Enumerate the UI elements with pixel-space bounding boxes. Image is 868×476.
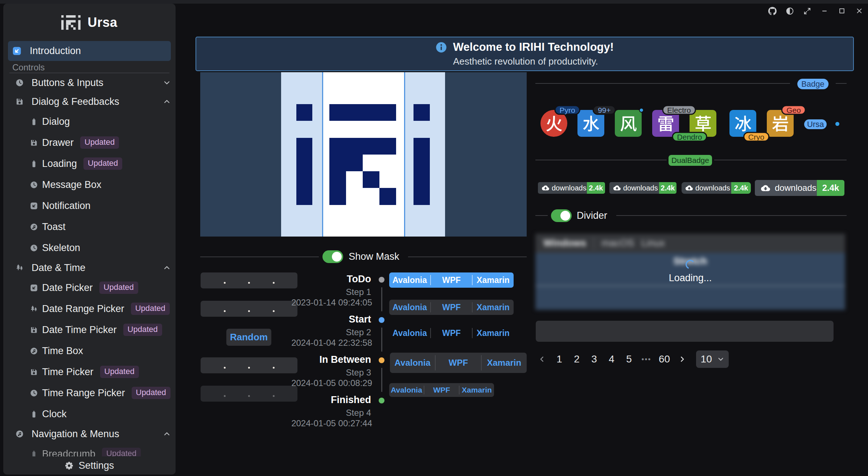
sidebar-item-message-box[interactable]: Message Box — [3, 174, 176, 195]
pagination-page-3[interactable]: 3 — [589, 351, 599, 367]
element-badge-6: Cryo — [729, 110, 756, 137]
xamarin-button[interactable]: Xamarin — [482, 353, 527, 373]
timeline-step-title: In Between — [319, 354, 371, 365]
sidebar-item-dialog[interactable]: Dialog — [3, 111, 176, 132]
close-button[interactable] — [851, 4, 868, 18]
minimize-icon — [821, 7, 828, 15]
wpf-button[interactable]: WPF — [431, 325, 472, 341]
tab-windows[interactable]: Windows — [536, 238, 593, 249]
pagination-page-60[interactable]: 60 — [659, 351, 670, 367]
maximize-button[interactable] — [833, 4, 851, 18]
tab-macos[interactable]: macOS — [594, 238, 641, 249]
divider-toggle[interactable] — [551, 209, 572, 222]
element-badge-7: Geo — [767, 110, 794, 137]
sidebar-item-date-time[interactable]: Date & Time — [3, 258, 176, 277]
sidebar-item-skeleton[interactable]: Skeleton — [3, 237, 176, 258]
sidebar-item-clock[interactable]: Clock — [3, 403, 176, 424]
empty-textbox[interactable] — [536, 321, 834, 342]
pagination-next-button[interactable] — [677, 351, 687, 367]
cjk-char-火 — [546, 115, 563, 132]
sidebar-item-notification[interactable]: Notification — [3, 195, 176, 216]
fullscreen-button[interactable] — [798, 4, 816, 18]
time-input-4-disabled — [201, 386, 297, 402]
button-group-1: AvaloniaWPFXamarin — [389, 272, 514, 288]
sidebar-item-label: Notification — [42, 200, 91, 212]
sidebar-item-time-box[interactable]: Time Box — [3, 340, 176, 361]
page-size-select[interactable]: 10 — [696, 350, 729, 368]
download-badge-1: downloads2.4k — [538, 182, 605, 194]
wpf-button[interactable]: WPF — [436, 353, 481, 373]
avalonia-button[interactable]: Avalonia — [389, 272, 430, 288]
theme-toggle-button[interactable] — [781, 4, 798, 18]
updated-badge: Updated — [83, 157, 122, 170]
xamarin-button[interactable]: Xamarin — [473, 272, 514, 288]
xamarin-button[interactable]: Xamarin — [473, 300, 514, 315]
element-badge-2: 99+ — [577, 110, 604, 137]
sidebar-item-navigation-menus[interactable]: Navigation & Menus — [3, 424, 176, 443]
sidebar-item-loading[interactable]: LoadingUpdated — [3, 153, 176, 174]
pagination-page-4[interactable]: 4 — [606, 351, 617, 367]
sidebar-item-drawer[interactable]: DrawerUpdated — [3, 132, 176, 153]
sidebar-item-dialog-feedbacks[interactable]: Dialog & Feedbacks — [3, 92, 176, 111]
timeline-dot — [379, 317, 384, 323]
show-mask-toggle[interactable] — [322, 250, 343, 263]
github-button[interactable] — [764, 4, 781, 18]
avalonia-button[interactable]: Avalonia — [389, 300, 430, 315]
chevron-up-icon — [163, 98, 171, 106]
sidebar-item-time-range-picker[interactable]: Time Range PickerUpdated — [3, 382, 176, 403]
wpf-button[interactable]: WPF — [431, 272, 472, 288]
sidebar-item-settings[interactable]: Settings — [3, 456, 176, 475]
divider-line — [616, 215, 847, 216]
minimize-button[interactable] — [816, 4, 833, 18]
sidebar-item-buttons-inputs[interactable]: Buttons & Inputs — [3, 73, 176, 92]
battery-icon — [30, 118, 38, 126]
github-icon — [768, 7, 777, 15]
logo-pixel — [329, 155, 363, 171]
ursa-text-badge: Ursa — [804, 119, 827, 129]
xamarin-button[interactable]: Xamarin — [473, 325, 514, 341]
theme-contrast-icon — [786, 7, 794, 15]
xamarin-button[interactable]: Xamarin — [460, 383, 494, 397]
download-badge-label: downloads — [695, 184, 730, 192]
pagination-page-1[interactable]: 1 — [554, 351, 564, 367]
button-group-2: AvaloniaWPFXamarin — [389, 300, 514, 315]
sidebar-item-date-time-picker[interactable]: Date Time PickerUpdated — [3, 319, 176, 340]
welcome-banner: Welcome to IRIHI Technology! Aesthetic r… — [196, 37, 854, 71]
divider-label: Divider — [577, 210, 607, 221]
clock-icon — [16, 79, 24, 87]
pagination-prev-button[interactable] — [537, 351, 547, 367]
corner-badge-pyro: Pyro — [554, 105, 580, 115]
wpf-button[interactable]: WPF — [431, 300, 472, 315]
pagination-page-2[interactable]: 2 — [572, 351, 582, 367]
sidebar-item-toast[interactable]: Toast — [3, 216, 176, 237]
floppy-icon — [30, 326, 38, 334]
sidebar-item-time-picker[interactable]: Time PickerUpdated — [3, 361, 176, 382]
sidebar-item-breadcrumb[interactable]: BreadcrumbUpdated — [3, 443, 176, 456]
dualbadge-divider-line-left — [535, 160, 667, 160]
dualbadge-divider-line-right — [714, 160, 847, 160]
wpf-button[interactable]: WPF — [424, 383, 459, 397]
tab-linux[interactable]: Linux — [641, 238, 672, 249]
expand-icon — [803, 7, 811, 15]
sidebar-item-date-range-picker[interactable]: Date Range PickerUpdated — [3, 298, 176, 319]
avalonia-button[interactable]: Avalonia — [389, 325, 430, 341]
pagination-page-5[interactable]: 5 — [624, 351, 634, 367]
time-input-3[interactable] — [201, 357, 297, 373]
time-input-1[interactable] — [201, 272, 297, 288]
banner-subtitle: Aesthetic revolution of productivity. — [453, 56, 614, 67]
random-button[interactable]: Random — [226, 329, 271, 346]
avalonia-button[interactable]: Avalonia — [390, 353, 435, 373]
show-mask-divider: Show Mask — [200, 250, 527, 263]
sidebar-item-introduction[interactable]: Introduction — [8, 41, 171, 61]
chevron-right-icon — [678, 355, 686, 363]
sidebar-item-label: Skeleton — [42, 242, 80, 254]
timeline-step-number: Step 1 — [346, 287, 371, 297]
divider-line — [408, 257, 527, 257]
download-badge-label: downloads — [775, 183, 816, 193]
pagination-ellipsis[interactable]: ••• — [641, 351, 651, 367]
sidebar-item-date-picker[interactable]: Date PickerUpdated — [3, 277, 176, 298]
badge-divider-pill: Badge — [797, 79, 828, 89]
battery-icon — [30, 450, 38, 457]
time-input-2[interactable] — [201, 301, 297, 317]
avalonia-button[interactable]: Avalonia — [389, 383, 424, 397]
